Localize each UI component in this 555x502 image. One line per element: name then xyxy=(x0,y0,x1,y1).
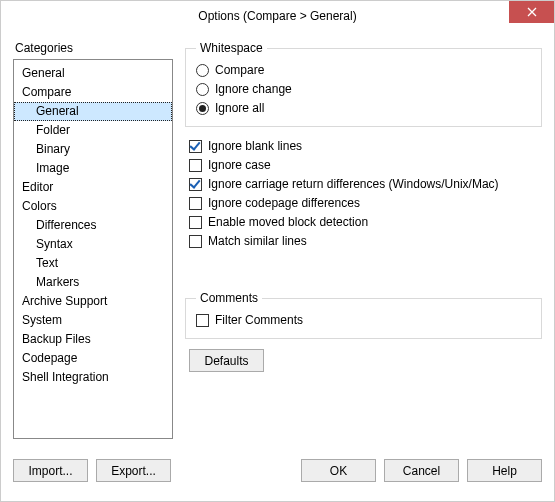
option-checkbox-row[interactable]: Enable moved block detection xyxy=(189,213,542,232)
checkbox-label: Ignore carriage return differences (Wind… xyxy=(208,176,499,193)
defaults-button[interactable]: Defaults xyxy=(189,349,264,372)
categories-tree[interactable]: GeneralCompareGeneralFolderBinaryImageEd… xyxy=(13,59,173,439)
whitespace-option[interactable]: Ignore change xyxy=(196,80,531,99)
tree-item[interactable]: Binary xyxy=(14,140,172,159)
filter-comments-label: Filter Comments xyxy=(215,312,303,329)
window-title: Options (Compare > General) xyxy=(198,9,356,23)
checkbox-icon[interactable] xyxy=(189,178,202,191)
comments-group: Comments Filter Comments xyxy=(185,291,542,339)
checkbox-label: Ignore case xyxy=(208,157,271,174)
radio-label: Ignore all xyxy=(215,100,264,117)
radio-icon[interactable] xyxy=(196,83,209,96)
option-checkbox-row[interactable]: Match similar lines xyxy=(189,232,542,251)
tree-item[interactable]: Shell Integration xyxy=(14,368,172,387)
checkbox-icon[interactable] xyxy=(189,159,202,172)
filter-comments-checkbox[interactable] xyxy=(196,314,209,327)
tree-item[interactable]: Compare xyxy=(14,83,172,102)
help-button[interactable]: Help xyxy=(467,459,542,482)
tree-item[interactable]: Codepage xyxy=(14,349,172,368)
checkbox-icon[interactable] xyxy=(189,235,202,248)
content-area: Categories GeneralCompareGeneralFolderBi… xyxy=(1,31,554,449)
settings-panel: Whitespace CompareIgnore changeIgnore al… xyxy=(185,41,542,449)
option-checkbox-row[interactable]: Ignore codepage differences xyxy=(189,194,542,213)
option-checkbox-row[interactable]: Ignore carriage return differences (Wind… xyxy=(189,175,542,194)
compare-options-list: Ignore blank linesIgnore caseIgnore carr… xyxy=(189,137,542,251)
tree-item[interactable]: General xyxy=(14,64,172,83)
tree-item[interactable]: Markers xyxy=(14,273,172,292)
radio-icon[interactable] xyxy=(196,64,209,77)
titlebar: Options (Compare > General) xyxy=(1,1,554,31)
cancel-button[interactable]: Cancel xyxy=(384,459,459,482)
tree-item[interactable]: General xyxy=(14,102,172,121)
close-icon xyxy=(527,7,537,17)
checkbox-icon[interactable] xyxy=(189,140,202,153)
tree-item[interactable]: Folder xyxy=(14,121,172,140)
whitespace-group: Whitespace CompareIgnore changeIgnore al… xyxy=(185,41,542,127)
close-button[interactable] xyxy=(509,1,554,23)
whitespace-option[interactable]: Compare xyxy=(196,61,531,80)
import-button[interactable]: Import... xyxy=(13,459,88,482)
ok-button[interactable]: OK xyxy=(301,459,376,482)
tree-item[interactable]: Differences xyxy=(14,216,172,235)
tree-item[interactable]: Syntax xyxy=(14,235,172,254)
radio-label: Compare xyxy=(215,62,264,79)
radio-icon[interactable] xyxy=(196,102,209,115)
dialog-footer: Import... Export... OK Cancel Help xyxy=(1,449,554,494)
tree-item[interactable]: System xyxy=(14,311,172,330)
tree-item[interactable]: Image xyxy=(14,159,172,178)
option-checkbox-row[interactable]: Ignore blank lines xyxy=(189,137,542,156)
tree-item[interactable]: Colors xyxy=(14,197,172,216)
export-button[interactable]: Export... xyxy=(96,459,171,482)
option-checkbox-row[interactable]: Ignore case xyxy=(189,156,542,175)
radio-label: Ignore change xyxy=(215,81,292,98)
checkbox-label: Enable moved block detection xyxy=(208,214,368,231)
checkbox-label: Match similar lines xyxy=(208,233,307,250)
filter-comments-row[interactable]: Filter Comments xyxy=(196,311,531,330)
tree-item[interactable]: Backup Files xyxy=(14,330,172,349)
checkbox-icon[interactable] xyxy=(189,197,202,210)
tree-item[interactable]: Text xyxy=(14,254,172,273)
checkbox-label: Ignore codepage differences xyxy=(208,195,360,212)
checkbox-icon[interactable] xyxy=(189,216,202,229)
whitespace-legend: Whitespace xyxy=(196,41,267,55)
categories-label: Categories xyxy=(15,41,173,55)
whitespace-option[interactable]: Ignore all xyxy=(196,99,531,118)
checkbox-label: Ignore blank lines xyxy=(208,138,302,155)
comments-legend: Comments xyxy=(196,291,262,305)
categories-panel: Categories GeneralCompareGeneralFolderBi… xyxy=(13,41,173,449)
tree-item[interactable]: Editor xyxy=(14,178,172,197)
tree-item[interactable]: Archive Support xyxy=(14,292,172,311)
